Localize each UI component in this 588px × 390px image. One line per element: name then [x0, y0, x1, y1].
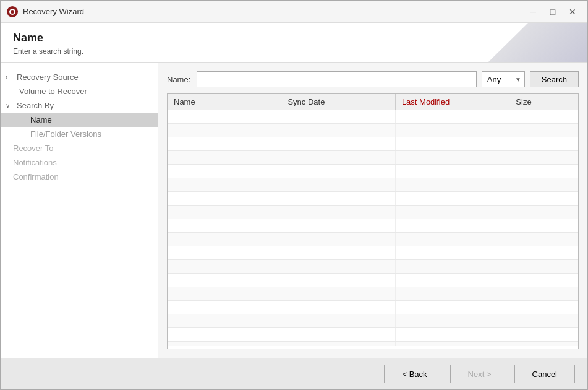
volume-to-recover-label: Volume to Recover: [19, 87, 87, 96]
sidebar-item-volume-to-recover[interactable]: Volume to Recover: [1, 84, 158, 98]
recovery-source-label: Recovery Source: [17, 72, 79, 82]
table-header: Name Sync Date Last Modified Size: [168, 94, 578, 110]
table-row: [168, 165, 578, 178]
sidebar-item-file-folder-versions[interactable]: File/Folder Versions: [1, 127, 158, 141]
cancel-button[interactable]: Cancel: [514, 365, 575, 383]
sidebar-item-notifications: Notifications: [1, 155, 158, 170]
main-content: › Recovery Source Volume to Recover ∨ Se…: [1, 63, 587, 358]
back-button[interactable]: < Back: [384, 365, 445, 383]
sidebar-item-recover-to: Recover To: [1, 141, 158, 155]
table-row: [168, 137, 578, 151]
table-row: [168, 233, 578, 246]
any-select[interactable]: Any All: [482, 71, 525, 87]
table-row: [168, 219, 578, 233]
table-row: [168, 192, 578, 206]
name-label-sidebar: Name: [30, 115, 52, 124]
results-table: Name Sync Date Last Modified Size: [167, 93, 579, 349]
col-header-size: Size: [509, 94, 578, 110]
sidebar-item-search-by[interactable]: ∨ Search By: [1, 98, 158, 113]
any-dropdown-wrapper: Any All ▼: [482, 71, 525, 87]
col-header-sync-date: Sync Date: [281, 94, 395, 110]
title-bar-controls: ─ □ ✕: [524, 5, 581, 19]
header-area: Name Enter a search string.: [1, 23, 587, 63]
table-row: [168, 287, 578, 301]
app-icon-inner: [9, 9, 15, 15]
search-button[interactable]: Search: [530, 71, 579, 87]
sidebar-item-name[interactable]: Name: [1, 113, 158, 127]
header-subtitle: Enter a search string.: [13, 47, 575, 56]
minimize-button[interactable]: ─: [524, 5, 542, 19]
maximize-button[interactable]: □: [544, 5, 561, 19]
app-icon: [7, 6, 18, 17]
search-row: Name: Any All ▼ Search: [167, 71, 579, 87]
close-button[interactable]: ✕: [564, 5, 581, 19]
sidebar: › Recovery Source Volume to Recover ∨ Se…: [1, 63, 158, 358]
table-row: [168, 328, 578, 342]
window-title: Recovery Wizard: [23, 7, 84, 16]
notifications-label: Notifications: [13, 158, 57, 167]
table-row: [168, 124, 578, 137]
name-field-label: Name:: [167, 75, 192, 84]
footer-bar: < Back Next > Cancel: [1, 358, 587, 389]
content-area: Name: Any All ▼ Search Name Sync Date La…: [158, 63, 587, 358]
sidebar-item-recovery-source[interactable]: › Recovery Source: [1, 70, 158, 84]
table-row: [168, 274, 578, 287]
col-header-name: Name: [168, 94, 281, 110]
confirmation-label: Confirmation: [13, 172, 59, 181]
title-bar-left: Recovery Wizard: [7, 6, 84, 17]
search-by-arrow: ∨: [6, 102, 13, 109]
table-row: [168, 342, 578, 346]
col-header-last-modified: Last Modified: [396, 94, 509, 110]
title-bar: Recovery Wizard ─ □ ✕: [1, 1, 587, 23]
table-row: [168, 246, 578, 260]
next-button[interactable]: Next >: [450, 365, 509, 383]
table-row: [168, 301, 578, 314]
file-folder-versions-label: File/Folder Versions: [30, 129, 101, 139]
recovery-source-arrow: ›: [6, 74, 13, 80]
table-row: [168, 151, 578, 165]
table-row: [168, 206, 578, 219]
name-input[interactable]: [197, 71, 477, 87]
table-row: [168, 110, 578, 124]
table-body: [168, 110, 578, 346]
sidebar-item-confirmation: Confirmation: [1, 170, 158, 184]
header-title: Name: [13, 32, 575, 45]
table-row: [168, 314, 578, 328]
recovery-wizard-window: Recovery Wizard ─ □ ✕ Name Enter a searc…: [0, 0, 588, 390]
table-row: [168, 260, 578, 274]
recover-to-label: Recover To: [13, 144, 54, 153]
search-by-label: Search By: [17, 101, 54, 110]
table-row: [168, 178, 578, 192]
